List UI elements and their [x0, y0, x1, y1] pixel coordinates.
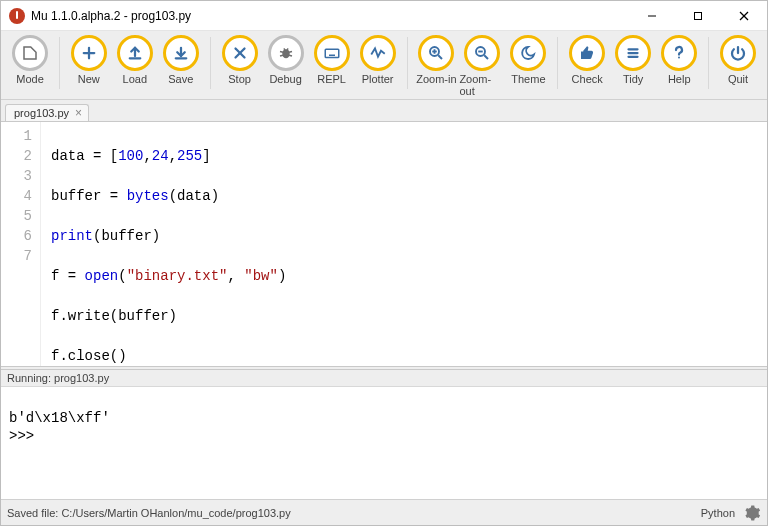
file-tab[interactable]: prog103.py ×	[5, 104, 89, 121]
new-button[interactable]: New	[66, 35, 112, 85]
mode-label: Mode	[16, 73, 44, 85]
zoom-in-button[interactable]: Zoom-in	[413, 35, 459, 97]
save-button[interactable]: Save	[158, 35, 204, 85]
svg-line-29	[485, 55, 489, 59]
new-label: New	[78, 73, 100, 85]
zoom-out-icon	[464, 35, 500, 71]
titlebar: Mu 1.1.0.alpha.2 - prog103.py	[1, 1, 767, 31]
quit-button[interactable]: Quit	[715, 35, 761, 85]
output-line: b'd\x18\xff'	[9, 409, 759, 427]
minimize-button[interactable]	[629, 1, 675, 31]
window-title: Mu 1.1.0.alpha.2 - prog103.py	[31, 9, 629, 23]
code-area[interactable]: data = [100,24,255] buffer = bytes(data)…	[41, 122, 767, 366]
power-icon	[720, 35, 756, 71]
code-line: data = [100,24,255]	[51, 146, 767, 166]
plotter-icon	[360, 35, 396, 71]
theme-button[interactable]: Theme	[505, 35, 551, 97]
quit-label: Quit	[728, 73, 748, 85]
svg-line-25	[439, 55, 443, 59]
app-icon	[9, 8, 25, 24]
question-icon	[661, 35, 697, 71]
plotter-label: Plotter	[362, 73, 394, 85]
load-button[interactable]: Load	[112, 35, 158, 85]
zoom-out-label: Zoom-out	[459, 73, 505, 97]
svg-line-16	[286, 49, 288, 51]
line-number: 4	[1, 186, 32, 206]
svg-line-15	[283, 49, 285, 51]
toolbar-separator	[210, 37, 211, 89]
zoom-in-label: Zoom-in	[416, 73, 456, 85]
status-bar: Saved file: C:/Users/Martin OHanlon/mu_c…	[1, 499, 767, 525]
code-editor[interactable]: 1 2 3 4 5 6 7 data = [100,24,255] buffer…	[1, 122, 767, 366]
code-line: buffer = bytes(data)	[51, 186, 767, 206]
svg-rect-1	[695, 12, 702, 19]
tidy-button[interactable]: Tidy	[610, 35, 656, 85]
runner-output[interactable]: b'd\x18\xff'>>>	[1, 387, 767, 499]
svg-rect-17	[325, 49, 339, 57]
svg-line-13	[280, 55, 283, 56]
toolbar-separator	[59, 37, 60, 89]
keyboard-icon	[314, 35, 350, 71]
mode-icon	[12, 35, 48, 71]
tab-strip: prog103.py ×	[1, 100, 767, 122]
svg-line-11	[280, 52, 283, 53]
toolbar-separator	[407, 37, 408, 89]
file-tab-label: prog103.py	[14, 107, 69, 119]
mode-button[interactable]: Mode	[7, 35, 53, 85]
repl-label: REPL	[317, 73, 346, 85]
check-label: Check	[572, 73, 603, 85]
maximize-button[interactable]	[675, 1, 721, 31]
output-line: >>>	[9, 427, 759, 445]
debug-button[interactable]: Debug	[263, 35, 309, 85]
settings-gear-icon[interactable]	[743, 504, 761, 522]
bug-icon	[268, 35, 304, 71]
line-number: 2	[1, 146, 32, 166]
status-language: Python	[701, 507, 735, 519]
code-line: f.close()	[51, 346, 767, 366]
code-line: f = open("binary.txt", "bw")	[51, 266, 767, 286]
debug-label: Debug	[269, 73, 301, 85]
runner-title: Running: prog103.py	[1, 370, 767, 387]
line-number: 3	[1, 166, 32, 186]
help-button[interactable]: Help	[656, 35, 702, 85]
load-label: Load	[123, 73, 147, 85]
toolbar-separator	[557, 37, 558, 89]
toolbar-separator	[708, 37, 709, 89]
code-line: print(buffer)	[51, 226, 767, 246]
download-icon	[163, 35, 199, 71]
close-tab-icon[interactable]: ×	[75, 107, 82, 119]
status-message: Saved file: C:/Users/Martin OHanlon/mu_c…	[7, 507, 291, 519]
line-number: 5	[1, 206, 32, 226]
line-number: 1	[1, 126, 32, 146]
zoom-out-button[interactable]: Zoom-out	[459, 35, 505, 97]
toolbar: Mode New Load Save Stop	[1, 31, 767, 100]
check-button[interactable]: Check	[564, 35, 610, 85]
svg-line-14	[289, 55, 292, 56]
stop-button[interactable]: Stop	[217, 35, 263, 85]
help-label: Help	[668, 73, 691, 85]
svg-line-12	[289, 52, 292, 53]
stop-icon	[222, 35, 258, 71]
repl-button[interactable]: REPL	[309, 35, 355, 85]
line-gutter: 1 2 3 4 5 6 7	[1, 122, 41, 366]
line-number: 7	[1, 246, 32, 266]
save-label: Save	[168, 73, 193, 85]
zoom-in-icon	[418, 35, 454, 71]
tidy-label: Tidy	[623, 73, 643, 85]
svg-point-10	[282, 49, 290, 58]
plotter-button[interactable]: Plotter	[355, 35, 401, 85]
upload-icon	[117, 35, 153, 71]
stop-label: Stop	[228, 73, 251, 85]
list-icon	[615, 35, 651, 71]
app-window: Mu 1.1.0.alpha.2 - prog103.py Mode New	[0, 0, 768, 526]
line-number: 6	[1, 226, 32, 246]
theme-label: Theme	[511, 73, 545, 85]
svg-point-34	[678, 57, 680, 59]
moon-icon	[510, 35, 546, 71]
thumbs-up-icon	[569, 35, 605, 71]
plus-icon	[71, 35, 107, 71]
code-line: f.write(buffer)	[51, 306, 767, 326]
close-button[interactable]	[721, 1, 767, 31]
